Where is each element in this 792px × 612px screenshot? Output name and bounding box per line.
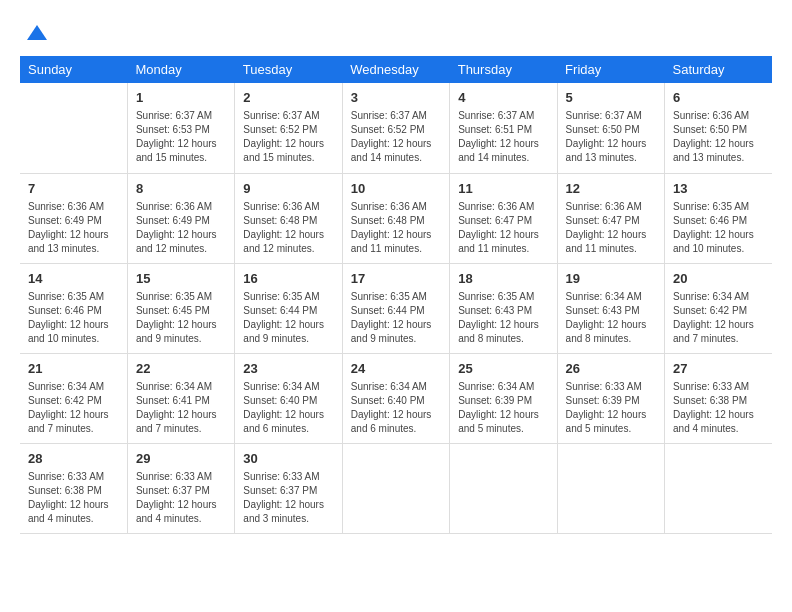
calendar-cell: 12Sunrise: 6:36 AM Sunset: 6:47 PM Dayli… — [557, 173, 664, 263]
logo — [20, 20, 52, 46]
day-info: Sunrise: 6:35 AM Sunset: 6:45 PM Dayligh… — [136, 290, 226, 346]
day-info: Sunrise: 6:35 AM Sunset: 6:43 PM Dayligh… — [458, 290, 548, 346]
day-number: 17 — [351, 270, 441, 288]
calendar-cell: 13Sunrise: 6:35 AM Sunset: 6:46 PM Dayli… — [665, 173, 772, 263]
svg-marker-0 — [27, 25, 47, 40]
calendar-cell: 28Sunrise: 6:33 AM Sunset: 6:38 PM Dayli… — [20, 443, 127, 533]
day-info: Sunrise: 6:36 AM Sunset: 6:50 PM Dayligh… — [673, 109, 764, 165]
day-info: Sunrise: 6:33 AM Sunset: 6:38 PM Dayligh… — [28, 470, 119, 526]
day-info: Sunrise: 6:37 AM Sunset: 6:52 PM Dayligh… — [351, 109, 441, 165]
calendar-cell: 27Sunrise: 6:33 AM Sunset: 6:38 PM Dayli… — [665, 353, 772, 443]
calendar-cell: 30Sunrise: 6:33 AM Sunset: 6:37 PM Dayli… — [235, 443, 342, 533]
calendar-cell: 5Sunrise: 6:37 AM Sunset: 6:50 PM Daylig… — [557, 83, 664, 173]
day-number: 29 — [136, 450, 226, 468]
calendar-body: 1Sunrise: 6:37 AM Sunset: 6:53 PM Daylig… — [20, 83, 772, 533]
day-info: Sunrise: 6:36 AM Sunset: 6:49 PM Dayligh… — [28, 200, 119, 256]
day-number: 25 — [458, 360, 548, 378]
day-info: Sunrise: 6:34 AM Sunset: 6:40 PM Dayligh… — [351, 380, 441, 436]
calendar-cell: 1Sunrise: 6:37 AM Sunset: 6:53 PM Daylig… — [127, 83, 234, 173]
calendar-cell: 10Sunrise: 6:36 AM Sunset: 6:48 PM Dayli… — [342, 173, 449, 263]
day-info: Sunrise: 6:33 AM Sunset: 6:39 PM Dayligh… — [566, 380, 656, 436]
day-info: Sunrise: 6:36 AM Sunset: 6:49 PM Dayligh… — [136, 200, 226, 256]
day-number: 12 — [566, 180, 656, 198]
day-number: 11 — [458, 180, 548, 198]
calendar-cell: 26Sunrise: 6:33 AM Sunset: 6:39 PM Dayli… — [557, 353, 664, 443]
calendar-cell: 23Sunrise: 6:34 AM Sunset: 6:40 PM Dayli… — [235, 353, 342, 443]
day-info: Sunrise: 6:37 AM Sunset: 6:51 PM Dayligh… — [458, 109, 548, 165]
day-number: 14 — [28, 270, 119, 288]
calendar-cell: 14Sunrise: 6:35 AM Sunset: 6:46 PM Dayli… — [20, 263, 127, 353]
day-info: Sunrise: 6:35 AM Sunset: 6:46 PM Dayligh… — [673, 200, 764, 256]
calendar-cell: 17Sunrise: 6:35 AM Sunset: 6:44 PM Dayli… — [342, 263, 449, 353]
calendar-cell — [20, 83, 127, 173]
day-number: 5 — [566, 89, 656, 107]
calendar-cell — [665, 443, 772, 533]
weekday-header: Tuesday — [235, 56, 342, 83]
weekday-header: Saturday — [665, 56, 772, 83]
day-number: 4 — [458, 89, 548, 107]
day-info: Sunrise: 6:34 AM Sunset: 6:41 PM Dayligh… — [136, 380, 226, 436]
day-number: 27 — [673, 360, 764, 378]
weekday-header: Sunday — [20, 56, 127, 83]
day-number: 2 — [243, 89, 333, 107]
weekday-header: Monday — [127, 56, 234, 83]
calendar-cell — [557, 443, 664, 533]
calendar-cell: 6Sunrise: 6:36 AM Sunset: 6:50 PM Daylig… — [665, 83, 772, 173]
calendar-cell: 18Sunrise: 6:35 AM Sunset: 6:43 PM Dayli… — [450, 263, 557, 353]
week-row: 28Sunrise: 6:33 AM Sunset: 6:38 PM Dayli… — [20, 443, 772, 533]
day-number: 28 — [28, 450, 119, 468]
calendar-cell: 21Sunrise: 6:34 AM Sunset: 6:42 PM Dayli… — [20, 353, 127, 443]
calendar-cell: 19Sunrise: 6:34 AM Sunset: 6:43 PM Dayli… — [557, 263, 664, 353]
page-header — [20, 20, 772, 46]
week-row: 7Sunrise: 6:36 AM Sunset: 6:49 PM Daylig… — [20, 173, 772, 263]
day-info: Sunrise: 6:36 AM Sunset: 6:48 PM Dayligh… — [243, 200, 333, 256]
calendar-cell: 7Sunrise: 6:36 AM Sunset: 6:49 PM Daylig… — [20, 173, 127, 263]
day-info: Sunrise: 6:34 AM Sunset: 6:42 PM Dayligh… — [673, 290, 764, 346]
day-info: Sunrise: 6:34 AM Sunset: 6:42 PM Dayligh… — [28, 380, 119, 436]
calendar-cell: 8Sunrise: 6:36 AM Sunset: 6:49 PM Daylig… — [127, 173, 234, 263]
day-number: 15 — [136, 270, 226, 288]
weekday-header: Friday — [557, 56, 664, 83]
calendar-cell: 9Sunrise: 6:36 AM Sunset: 6:48 PM Daylig… — [235, 173, 342, 263]
day-info: Sunrise: 6:33 AM Sunset: 6:37 PM Dayligh… — [136, 470, 226, 526]
day-info: Sunrise: 6:37 AM Sunset: 6:53 PM Dayligh… — [136, 109, 226, 165]
day-info: Sunrise: 6:34 AM Sunset: 6:43 PM Dayligh… — [566, 290, 656, 346]
day-info: Sunrise: 6:33 AM Sunset: 6:37 PM Dayligh… — [243, 470, 333, 526]
calendar-cell: 22Sunrise: 6:34 AM Sunset: 6:41 PM Dayli… — [127, 353, 234, 443]
weekday-header: Thursday — [450, 56, 557, 83]
day-number: 6 — [673, 89, 764, 107]
day-info: Sunrise: 6:34 AM Sunset: 6:40 PM Dayligh… — [243, 380, 333, 436]
day-info: Sunrise: 6:34 AM Sunset: 6:39 PM Dayligh… — [458, 380, 548, 436]
calendar-cell — [342, 443, 449, 533]
day-number: 3 — [351, 89, 441, 107]
day-info: Sunrise: 6:33 AM Sunset: 6:38 PM Dayligh… — [673, 380, 764, 436]
day-number: 23 — [243, 360, 333, 378]
calendar-cell — [450, 443, 557, 533]
calendar-cell: 2Sunrise: 6:37 AM Sunset: 6:52 PM Daylig… — [235, 83, 342, 173]
calendar-table: SundayMondayTuesdayWednesdayThursdayFrid… — [20, 56, 772, 534]
calendar-cell: 3Sunrise: 6:37 AM Sunset: 6:52 PM Daylig… — [342, 83, 449, 173]
day-number: 8 — [136, 180, 226, 198]
day-info: Sunrise: 6:35 AM Sunset: 6:46 PM Dayligh… — [28, 290, 119, 346]
week-row: 1Sunrise: 6:37 AM Sunset: 6:53 PM Daylig… — [20, 83, 772, 173]
logo-icon — [22, 20, 52, 50]
weekday-header: Wednesday — [342, 56, 449, 83]
day-number: 21 — [28, 360, 119, 378]
day-number: 24 — [351, 360, 441, 378]
day-number: 26 — [566, 360, 656, 378]
day-info: Sunrise: 6:35 AM Sunset: 6:44 PM Dayligh… — [243, 290, 333, 346]
week-row: 21Sunrise: 6:34 AM Sunset: 6:42 PM Dayli… — [20, 353, 772, 443]
day-number: 7 — [28, 180, 119, 198]
calendar-cell: 29Sunrise: 6:33 AM Sunset: 6:37 PM Dayli… — [127, 443, 234, 533]
week-row: 14Sunrise: 6:35 AM Sunset: 6:46 PM Dayli… — [20, 263, 772, 353]
day-number: 22 — [136, 360, 226, 378]
calendar-cell: 11Sunrise: 6:36 AM Sunset: 6:47 PM Dayli… — [450, 173, 557, 263]
day-number: 18 — [458, 270, 548, 288]
calendar-cell: 4Sunrise: 6:37 AM Sunset: 6:51 PM Daylig… — [450, 83, 557, 173]
calendar-cell: 20Sunrise: 6:34 AM Sunset: 6:42 PM Dayli… — [665, 263, 772, 353]
calendar-cell: 25Sunrise: 6:34 AM Sunset: 6:39 PM Dayli… — [450, 353, 557, 443]
day-info: Sunrise: 6:35 AM Sunset: 6:44 PM Dayligh… — [351, 290, 441, 346]
calendar-header-row: SundayMondayTuesdayWednesdayThursdayFrid… — [20, 56, 772, 83]
day-info: Sunrise: 6:36 AM Sunset: 6:47 PM Dayligh… — [566, 200, 656, 256]
day-number: 30 — [243, 450, 333, 468]
